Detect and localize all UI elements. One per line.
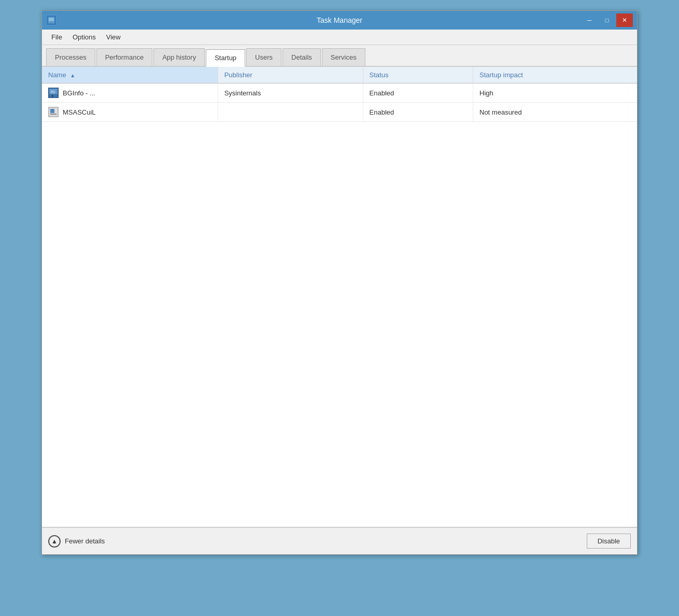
maximize-button[interactable]: □ [599, 13, 615, 27]
column-header-status[interactable]: Status [363, 67, 473, 83]
svg-rect-2 [49, 22, 51, 23]
tab-app-history[interactable]: App history [153, 48, 205, 66]
cell-impact-msas: Not measured [473, 103, 638, 122]
column-header-startup-impact[interactable]: Startup impact [473, 67, 638, 83]
tab-startup[interactable]: Startup [206, 49, 245, 67]
cell-impact-bginfo: High [473, 83, 638, 103]
minimize-button[interactable]: ─ [581, 13, 598, 27]
tab-processes[interactable]: Processes [46, 48, 95, 66]
cell-publisher-msas [218, 103, 363, 122]
menu-bar: File Options View [42, 30, 637, 45]
tab-performance[interactable]: Performance [96, 48, 152, 66]
svg-rect-3 [52, 22, 54, 23]
svg-rect-13 [50, 114, 56, 115]
table-header-row: Name ▲ Publisher Status Startup impact [42, 67, 637, 83]
disable-button[interactable]: Disable [587, 534, 631, 549]
tabs-bar: Processes Performance App history Startu… [42, 45, 637, 67]
cell-name-msas: MSASCuiL [42, 103, 218, 122]
table-row[interactable]: MSASCuiL Enabled Not measured [42, 103, 637, 122]
bginfo-name: BGInfo - ... [63, 89, 95, 97]
status-bar: ▲ Fewer details Disable [42, 527, 637, 554]
app-icon [46, 15, 56, 25]
menu-options[interactable]: Options [67, 32, 101, 42]
menu-view[interactable]: View [101, 32, 126, 42]
tab-details[interactable]: Details [282, 48, 321, 66]
msas-name: MSASCuiL [63, 108, 96, 116]
title-bar-controls: ─ □ ✕ [581, 13, 633, 27]
cell-name-bginfo: BG BGInfo - ... [42, 83, 218, 103]
tab-users[interactable]: Users [246, 48, 281, 66]
svg-text:BG: BG [51, 90, 55, 93]
svg-rect-8 [52, 95, 53, 97]
title-bar: Task Manager ─ □ ✕ [42, 11, 637, 30]
table-row[interactable]: BG BGInfo - ... Sysinternals Enabled Hig… [42, 83, 637, 103]
column-header-name[interactable]: Name ▲ [42, 67, 218, 83]
startup-table-area: Name ▲ Publisher Status Startup impact [42, 67, 637, 527]
fewer-details-label: Fewer details [65, 537, 105, 545]
task-manager-window: Task Manager ─ □ ✕ File Options View Pro… [41, 10, 638, 555]
circle-arrow-icon: ▲ [48, 535, 61, 548]
window-title: Task Manager [317, 16, 362, 24]
sort-indicator: ▲ [70, 73, 75, 78]
menu-file[interactable]: File [46, 32, 67, 42]
bginfo-icon: BG [48, 88, 59, 98]
cell-publisher-bginfo: Sysinternals [218, 83, 363, 103]
svg-rect-1 [49, 18, 54, 21]
startup-table: Name ▲ Publisher Status Startup impact [42, 67, 637, 122]
svg-rect-7 [53, 95, 58, 97]
fewer-details-button[interactable]: ▲ Fewer details [48, 535, 105, 548]
msas-icon [48, 107, 59, 117]
column-header-publisher[interactable]: Publisher [218, 67, 363, 83]
svg-rect-12 [50, 109, 54, 113]
title-bar-left [46, 15, 56, 25]
tab-services[interactable]: Services [322, 48, 365, 66]
cell-status-bginfo: Enabled [363, 83, 473, 103]
close-button[interactable]: ✕ [616, 13, 633, 27]
cell-status-msas: Enabled [363, 103, 473, 122]
